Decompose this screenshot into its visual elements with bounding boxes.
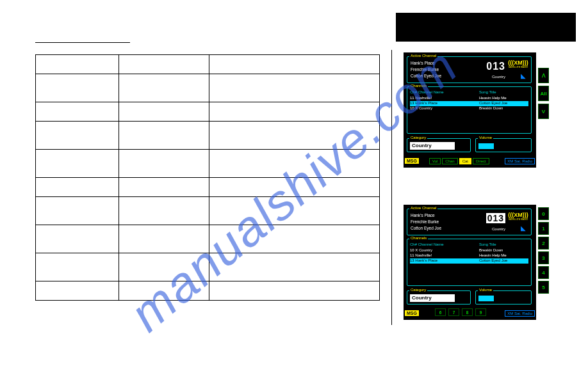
channels-panel: Channels Ch# Channel Name Song Title 11 …	[407, 86, 532, 134]
channel-row-title: Breakin Down	[479, 248, 503, 252]
channel-row[interactable]: 10 X CountryBreakin Down	[410, 248, 528, 253]
header-left: Ch# Channel Name	[410, 90, 444, 94]
category-value: Country	[410, 294, 455, 302]
header-black-strip	[396, 13, 576, 42]
song-name: Cotton Eyed Joe	[411, 73, 441, 79]
panel-label: Active Channel	[409, 54, 437, 58]
nav-button-all[interactable]: All	[538, 86, 549, 101]
artist-name: Frenchie Burke	[411, 219, 441, 225]
channel-name: Hank's Place	[411, 212, 441, 219]
table-row	[36, 55, 380, 74]
table-row	[36, 74, 380, 102]
channel-row-name: 13 Hank's Place	[410, 101, 437, 105]
mode-button-vol[interactable]: Vol	[429, 158, 441, 164]
panel-label: Channels	[409, 236, 428, 240]
header-right: Song Title	[479, 242, 496, 246]
nav-button-v[interactable]: V	[538, 104, 549, 119]
xm-logo-mark: (((XM)))	[508, 59, 528, 66]
table-row	[36, 178, 380, 197]
table-row	[36, 225, 380, 253]
figure-xm-direct: Active Channel Hank's Place Frenchie Bur…	[404, 205, 549, 320]
spec-table	[35, 54, 380, 301]
channel-row-title: Heavin Help Me	[479, 96, 507, 100]
xm-logo-sub: SATELLITE RADIO	[508, 66, 528, 68]
channel-row[interactable]: 10 X CountryBreakin Down	[410, 106, 528, 111]
figure-xm-category: Active Channel Hank's Place Frenchie Bur…	[404, 52, 549, 168]
channel-number-input[interactable]: 013	[486, 213, 505, 223]
digit-button-6[interactable]: 6	[435, 308, 446, 316]
mode-button-chan[interactable]: Chan	[442, 158, 457, 164]
channel-row-name: 11 Nashville!	[410, 96, 432, 100]
table-row	[36, 197, 380, 225]
panel-label: Category	[409, 288, 427, 292]
active-channel-info: Hank's Place Frenchie Burke Cotton Eyed …	[411, 60, 441, 79]
channel-rows: 10 X CountryBreakin Down11 Nashville!Hea…	[410, 248, 528, 264]
sat-radio-button[interactable]: XM Sat. Radio	[505, 310, 535, 317]
channel-genre: Country	[492, 75, 505, 79]
digit-button-3[interactable]: 3	[538, 251, 549, 264]
panel-label: Volume	[478, 288, 493, 292]
xm-logo-sub: SATELLITE RADIO	[508, 218, 528, 221]
side-buttons: ɅAllV	[538, 68, 549, 119]
satellite-icon: ◣	[521, 225, 526, 232]
digit-button-7[interactable]: 7	[448, 308, 459, 316]
digit-button-1[interactable]: 1	[538, 222, 549, 235]
channel-row-name: 13 Hank's Place	[410, 258, 437, 262]
channel-row-title: Breakin Down	[479, 106, 503, 110]
header-right: Song Title	[479, 90, 496, 94]
artist-name: Frenchie Burke	[411, 67, 441, 73]
mode-button-direct[interactable]: Direct	[473, 158, 489, 164]
active-channel-panel: Active Channel Hank's Place Frenchie Bur…	[407, 56, 532, 83]
table-row	[36, 150, 380, 178]
nav-button-ʌ[interactable]: Ʌ	[538, 68, 549, 83]
section-heading-underline	[35, 35, 130, 43]
digit-button-5[interactable]: 5	[538, 281, 549, 294]
channel-rows: 11 Nashville!Heavin Help Me13 Hank's Pla…	[410, 96, 528, 111]
xm-logo: (((XM))) SATELLITE RADIO	[508, 59, 528, 68]
manual-page: manualshive.com Active Channel Hank's Pl…	[0, 0, 588, 380]
panel-label: Category	[409, 136, 427, 139]
panel-label: Active Channel	[409, 206, 437, 210]
satellite-icon: ◣	[521, 72, 526, 79]
header-left: Ch# Channel Name	[410, 242, 444, 246]
channels-header: Ch# Channel Name Song Title	[410, 242, 528, 246]
sat-radio-button[interactable]: XM Sat. Radio	[505, 158, 535, 164]
xm-logo-mark: (((XM)))	[508, 212, 528, 218]
digit-button-2[interactable]: 2	[538, 237, 549, 249]
digit-buttons-bottom: 6789	[435, 308, 486, 316]
table-row	[36, 253, 380, 281]
volume-bar	[478, 143, 494, 149]
mode-button-cat[interactable]: Cat	[459, 158, 471, 164]
digit-button-4[interactable]: 4	[538, 266, 549, 279]
channels-header: Ch# Channel Name Song Title	[410, 90, 528, 94]
table-row	[36, 122, 380, 150]
msg-button[interactable]: MSG	[405, 310, 419, 316]
channel-row-title: Cotton Eyed Joe	[479, 258, 507, 262]
channel-row[interactable]: 13 Hank's PlaceCotton Eyed Joe	[410, 101, 528, 106]
xm-screen: Active Channel Hank's Place Frenchie Bur…	[404, 205, 536, 320]
digit-button-0[interactable]: 0	[538, 207, 549, 220]
mode-buttons: VolChanCatDirect	[429, 158, 489, 164]
bottom-bar: MSG VolChanCatDirect XM Sat. Radio	[405, 158, 535, 166]
xm-logo: (((XM))) SATELLITE RADIO	[508, 212, 528, 221]
channel-row[interactable]: 11 Nashville!Heavin Help Me	[410, 96, 528, 101]
digit-button-9[interactable]: 9	[475, 308, 486, 316]
msg-button[interactable]: MSG	[405, 158, 419, 164]
channels-panel: Channels Ch# Channel Name Song Title 10 …	[407, 239, 532, 286]
category-panel: Category Country	[407, 138, 471, 152]
channel-name: Hank's Place	[411, 60, 441, 67]
channel-row[interactable]: 11 Nashville!Heavin Help Me	[410, 253, 528, 258]
channel-row[interactable]: 13 Hank's PlaceCotton Eyed Joe	[410, 258, 528, 264]
digit-buttons-side: 012345	[538, 207, 549, 294]
bottom-bar: MSG 6789 XM Sat. Radio	[405, 310, 535, 318]
digit-button-8[interactable]: 8	[462, 308, 473, 316]
table-row	[36, 102, 380, 122]
channel-genre: Country	[492, 227, 505, 231]
channel-row-name: 10 X Country	[410, 248, 432, 252]
panel-label: Channels	[409, 84, 428, 88]
channel-row-title: Cotton Eyed Joe	[479, 101, 507, 105]
active-channel-panel: Active Channel Hank's Place Frenchie Bur…	[407, 209, 532, 235]
panel-label: Volume	[478, 136, 493, 139]
channel-row-name: 10 X Country	[410, 106, 432, 110]
category-panel: Category Country	[407, 290, 471, 305]
